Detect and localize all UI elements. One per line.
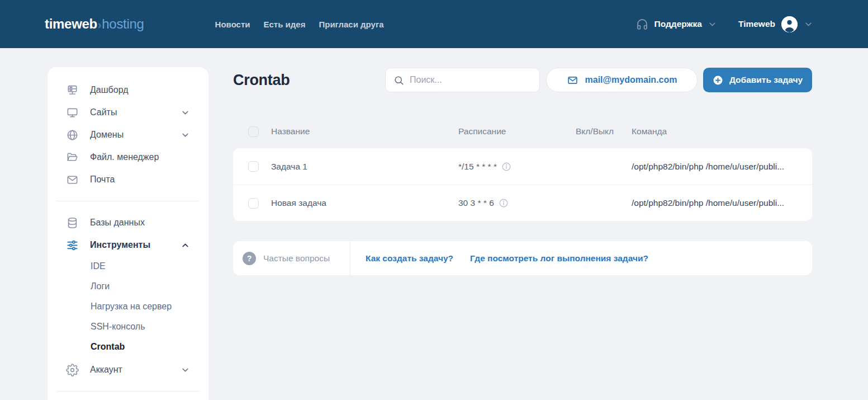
row-checkbox[interactable] <box>248 161 259 172</box>
task-command: /opt/php82/bin/php /home/u/user/publi... <box>632 198 812 208</box>
faq-link-view-log[interactable]: Где посмотреть лог выполнения задачи? <box>470 253 648 263</box>
chevron-down-icon <box>181 108 190 117</box>
row-checkbox[interactable] <box>248 198 259 209</box>
sidebar-item-mail[interactable]: Почта <box>48 168 208 191</box>
plus-circle-icon <box>713 75 723 86</box>
page-header: Crontab mail@mydomain.com <box>233 67 812 93</box>
info-icon[interactable] <box>499 198 509 208</box>
mail-icon <box>66 173 79 186</box>
logo[interactable]: timeweb › hosting <box>45 16 144 32</box>
chevron-down-icon <box>708 20 717 29</box>
tasks-table: Задача 1 */15 * * * * /opt/php82/bin/php… <box>233 148 812 221</box>
chevron-down-icon <box>804 20 813 29</box>
sidebar-item-dashboard[interactable]: Дашборд <box>48 79 208 101</box>
chevron-down-icon <box>181 130 190 140</box>
sidebar-label: Домены <box>90 130 124 140</box>
info-icon[interactable] <box>501 162 511 172</box>
logo-timeweb: timeweb <box>45 16 97 32</box>
main-content: Crontab mail@mydomain.com <box>233 67 812 275</box>
topbar-right: Поддержка Timeweb <box>635 16 813 32</box>
chevron-down-icon <box>181 365 190 375</box>
sidebar-item-account[interactable]: Аккаунт <box>48 359 208 381</box>
add-button-label: Добавить задачу <box>729 75 803 85</box>
sidebar-subitem-crontab[interactable]: Crontab <box>48 337 208 357</box>
toggle-knob <box>593 168 601 177</box>
sidebar-divider <box>56 391 200 392</box>
toggle-knob <box>593 205 601 213</box>
search-input[interactable] <box>410 75 532 85</box>
sidebar-divider <box>56 201 200 201</box>
nav-invite-friend[interactable]: Пригласи друга <box>319 20 383 29</box>
select-all-checkbox[interactable] <box>248 126 259 137</box>
sidebar-label: Инструменты <box>90 240 150 250</box>
nav-news[interactable]: Новости <box>215 20 250 29</box>
sidebar-label: Файл. менеджер <box>90 152 159 162</box>
column-header-command: Команда <box>632 126 812 137</box>
table-header-row: Название Расписание Вкл/Выкл Команда <box>233 118 812 145</box>
search-box <box>385 68 540 92</box>
column-header-toggle: Вкл/Выкл <box>576 126 632 137</box>
support-label: Поддержка <box>654 19 702 29</box>
logo-hosting: hosting <box>102 16 144 32</box>
logo-separator-icon: › <box>98 18 101 31</box>
sidebar: Дашборд Сайты Домены <box>48 67 208 400</box>
account-label: Timeweb <box>738 19 775 29</box>
question-icon: ? <box>243 252 256 265</box>
task-name: Задача 1 <box>271 162 458 172</box>
sidebar-subitem-server-load[interactable]: Нагрузка на сервер <box>48 297 208 317</box>
top-navigation: Новости Есть идея Пригласи друга <box>215 20 384 29</box>
sidebar-label: Аккаунт <box>90 365 122 375</box>
mail-notify-button[interactable]: mail@mydomain.com <box>546 68 698 92</box>
avatar <box>781 16 798 32</box>
faq-header: ? Частые вопросы <box>233 241 350 275</box>
task-schedule: 30 3 * * 6 <box>458 198 494 208</box>
table-row: Новая задача 30 3 * * 6 /opt/php82/bin/p… <box>233 185 812 221</box>
task-name: Новая задача <box>271 198 458 208</box>
sidebar-item-databases[interactable]: Базы данных <box>48 211 208 234</box>
sidebar-item-sites[interactable]: Сайты <box>48 101 208 124</box>
chevron-up-icon <box>181 241 190 250</box>
folder-icon <box>66 151 79 164</box>
account-menu[interactable]: Timeweb <box>738 16 813 32</box>
monitor-icon <box>66 106 79 119</box>
sidebar-label: Дашборд <box>90 85 129 95</box>
faq-title: Частые вопросы <box>263 253 330 263</box>
sidebar-subitem-ssh-console[interactable]: SSH-консоль <box>48 317 208 337</box>
faq-link-create-task[interactable]: Как создать задачу? <box>366 253 453 263</box>
faq-links: Как создать задачу? Где посмотреть лог в… <box>350 253 648 263</box>
task-command: /opt/php82/bin/php /home/u/user/publi... <box>632 162 812 172</box>
column-header-name: Название <box>271 126 458 137</box>
add-task-button[interactable]: Добавить задачу <box>703 68 812 92</box>
headphones-icon <box>635 17 649 31</box>
sidebar-label: Почта <box>90 175 115 185</box>
sidebar-label: Базы данных <box>90 218 145 228</box>
mail-icon <box>567 74 578 86</box>
sidebar-item-domains[interactable]: Домены <box>48 124 208 146</box>
database-icon <box>66 217 79 229</box>
sidebar-subitem-ide[interactable]: IDE <box>48 256 208 276</box>
faq-bar: ? Частые вопросы Как создать задачу? Где… <box>233 241 812 275</box>
search-icon <box>393 75 404 86</box>
server-icon <box>66 84 79 97</box>
column-header-schedule: Расписание <box>458 126 576 137</box>
table-row: Задача 1 */15 * * * * /opt/php82/bin/php… <box>233 148 812 185</box>
sliders-icon <box>66 239 79 252</box>
sidebar-item-tools[interactable]: Инструменты <box>48 234 208 256</box>
support-menu[interactable]: Поддержка <box>635 17 717 31</box>
nav-idea[interactable]: Есть идея <box>264 20 306 29</box>
sidebar-label: Сайты <box>90 107 117 117</box>
mail-button-label: mail@mydomain.com <box>585 75 677 85</box>
gear-icon <box>66 364 79 377</box>
sidebar-subitem-logs[interactable]: Логи <box>48 276 208 297</box>
topbar: timeweb › hosting Новости Есть идея Приг… <box>0 0 868 48</box>
sidebar-item-file-manager[interactable]: Файл. менеджер <box>48 146 208 168</box>
page-title: Crontab <box>233 72 385 89</box>
task-schedule: */15 * * * * <box>458 162 497 172</box>
globe-icon <box>66 129 79 142</box>
